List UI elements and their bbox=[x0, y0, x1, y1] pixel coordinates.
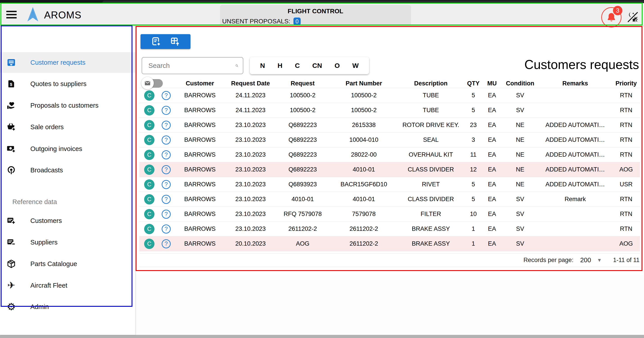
status-question-icon[interactable]: ? bbox=[159, 195, 173, 204]
cell-request-date: 23.10.2023 bbox=[227, 122, 274, 129]
status-question-icon[interactable]: ? bbox=[159, 150, 173, 159]
sidebar-item-quotes-to-suppliers[interactable]: $Quotes to suppliers bbox=[0, 73, 135, 94]
cell-qty: 23 bbox=[465, 122, 482, 129]
customer-avatar: C bbox=[140, 194, 159, 205]
filter-button-h[interactable]: H bbox=[278, 62, 282, 69]
status-question-icon[interactable]: ? bbox=[159, 210, 173, 219]
cell-request-date: 20.10.2023 bbox=[227, 240, 274, 247]
sidebar-item-admin[interactable]: ⚙Admin bbox=[0, 297, 135, 317]
suppliers-icon bbox=[7, 238, 16, 247]
column-header-mu: MU bbox=[482, 80, 502, 87]
cell-description: BRAKE ASSY bbox=[397, 240, 465, 247]
records-per-page-select[interactable]: 200 bbox=[580, 256, 591, 264]
column-header-qty: QTY bbox=[465, 80, 482, 87]
sale-orders-icon bbox=[7, 122, 16, 131]
table-row[interactable]: C?BARROWS23.10.2023Q689222328022-00OVERH… bbox=[140, 147, 640, 162]
search-input[interactable] bbox=[142, 62, 235, 69]
theme-toggle-icon[interactable] bbox=[627, 11, 638, 23]
status-question-icon[interactable]: ? bbox=[159, 225, 173, 234]
menu-icon[interactable] bbox=[6, 11, 18, 19]
search-icon[interactable] bbox=[235, 61, 238, 70]
table-row[interactable]: C?BARROWS24.11.2023100500-2100500-2TUBE5… bbox=[140, 88, 640, 103]
sidebar-item-label: Broadcasts bbox=[30, 167, 63, 174]
cell-part-number: 7579078 bbox=[331, 211, 397, 218]
cell-mu: EA bbox=[482, 181, 502, 188]
cell-mu: EA bbox=[482, 107, 502, 114]
table-row[interactable]: C?BARROWS23.10.2023Q689222310004-010SEAL… bbox=[140, 133, 640, 147]
cell-qty: 12 bbox=[465, 166, 482, 173]
invoices-icon bbox=[7, 144, 16, 153]
cell-condition: SV bbox=[502, 225, 538, 232]
cell-customer: BARROWS bbox=[173, 181, 227, 188]
filter-button-w[interactable]: W bbox=[352, 62, 359, 69]
filter-button-cn[interactable]: CN bbox=[312, 62, 322, 69]
cell-request: 2611202-2 bbox=[274, 225, 331, 232]
svg-text:$: $ bbox=[10, 82, 12, 87]
cell-qty: 1 bbox=[465, 240, 482, 247]
sidebar-item-outgoing-invoices[interactable]: Outgoing invoices bbox=[0, 138, 135, 159]
cell-description: SEAL bbox=[397, 136, 465, 143]
cell-remarks: Remark bbox=[538, 196, 612, 203]
status-question-icon[interactable]: ? bbox=[159, 165, 173, 174]
app-name: AROMS bbox=[44, 9, 82, 21]
broadcasts-icon bbox=[7, 166, 16, 175]
status-question-icon[interactable]: ? bbox=[159, 239, 173, 248]
cell-part-number: 100500-2 bbox=[331, 92, 397, 99]
upload-table-icon[interactable] bbox=[170, 37, 180, 46]
table-row[interactable]: C?BARROWS20.10.2023AOG2611202-2BRAKE ASS… bbox=[140, 236, 640, 251]
toolbar-actions-button[interactable] bbox=[140, 34, 190, 49]
cell-qty: 3 bbox=[465, 136, 482, 143]
filter-button-n[interactable]: N bbox=[260, 62, 265, 69]
table-row[interactable]: C?BARROWS23.10.2023Q68922232615338ROTOR … bbox=[140, 118, 640, 133]
sidebar-item-proposals-to-customers[interactable]: Proposals to customers bbox=[0, 95, 135, 116]
cell-priority: RTN bbox=[612, 196, 640, 203]
cell-mu: EA bbox=[482, 196, 502, 203]
status-question-icon[interactable]: ? bbox=[159, 180, 173, 189]
customer-avatar: C bbox=[140, 209, 159, 219]
customer-avatar: C bbox=[140, 120, 159, 130]
pagination-range: 1-11 of 11 bbox=[613, 257, 640, 264]
table-row[interactable]: C?BARROWS23.10.20232611202-22611202-2BRA… bbox=[140, 222, 640, 236]
cell-request: Q6892223 bbox=[274, 122, 331, 129]
table-row[interactable]: C?BARROWS23.10.20234010-014010-01CLASS D… bbox=[140, 192, 640, 207]
sidebar-item-customers[interactable]: Customers bbox=[0, 210, 135, 231]
cell-priority: RTN bbox=[612, 92, 640, 99]
requests-icon bbox=[7, 58, 16, 67]
status-question-icon[interactable]: ? bbox=[159, 135, 173, 144]
column-header-description: Description bbox=[397, 80, 465, 87]
records-per-page-dropdown-icon[interactable]: ▼ bbox=[597, 257, 602, 263]
admin-icon: ⚙ bbox=[7, 302, 16, 311]
mail-filter-toggle[interactable] bbox=[141, 76, 164, 90]
sidebar-item-broadcasts[interactable]: Broadcasts bbox=[0, 160, 135, 180]
cell-customer: BARROWS bbox=[173, 240, 227, 247]
column-header-priority: Priority bbox=[612, 80, 640, 87]
table-row[interactable]: C?BARROWS24.11.2023100500-2100500-2TUBE5… bbox=[140, 103, 640, 118]
sidebar-item-parts-catalogue[interactable]: Parts Catalogue bbox=[0, 254, 135, 274]
flight-control-title: FLIGHT CONTROL bbox=[220, 8, 411, 15]
table-row[interactable]: C?BARROWS23.10.2023RFQ 75790787579078FIL… bbox=[140, 207, 640, 222]
cell-priority: USR bbox=[612, 181, 640, 188]
table-row[interactable]: C?BARROWS23.10.2023Q6893923BACR15GF6D10R… bbox=[140, 177, 640, 192]
cell-description: FILTER bbox=[397, 211, 465, 218]
status-question-icon[interactable]: ? bbox=[159, 91, 173, 100]
cell-qty: 5 bbox=[465, 196, 482, 203]
cell-customer: BARROWS bbox=[173, 92, 227, 99]
cell-part-number: 2611202-2 bbox=[331, 225, 397, 232]
add-request-icon[interactable] bbox=[151, 37, 161, 46]
sidebar-item-aircraft-fleet[interactable]: ✈Aircraft Fleet bbox=[0, 275, 135, 296]
cell-mu: EA bbox=[482, 92, 502, 99]
filter-button-c[interactable]: C bbox=[295, 62, 300, 69]
parts-icon bbox=[7, 259, 16, 268]
status-question-icon[interactable]: ? bbox=[159, 106, 173, 115]
notifications-button[interactable]: 3 bbox=[601, 7, 622, 27]
cell-part-number: 2611202-2 bbox=[331, 240, 397, 247]
filter-button-o[interactable]: O bbox=[334, 62, 340, 69]
cell-request-date: 23.10.2023 bbox=[227, 136, 274, 143]
sidebar-item-customer-requests[interactable]: Customer requests bbox=[0, 52, 135, 73]
cell-description: TUBE bbox=[397, 92, 465, 99]
cell-remarks: ADDED AUTOMATI… bbox=[538, 181, 612, 188]
sidebar-item-suppliers[interactable]: Suppliers bbox=[0, 232, 135, 253]
status-question-icon[interactable]: ? bbox=[159, 121, 173, 130]
sidebar-item-sale-orders[interactable]: Sale orders bbox=[0, 117, 135, 137]
table-row[interactable]: C?BARROWS23.10.2023Q68922234010-01CLASS … bbox=[140, 162, 640, 177]
